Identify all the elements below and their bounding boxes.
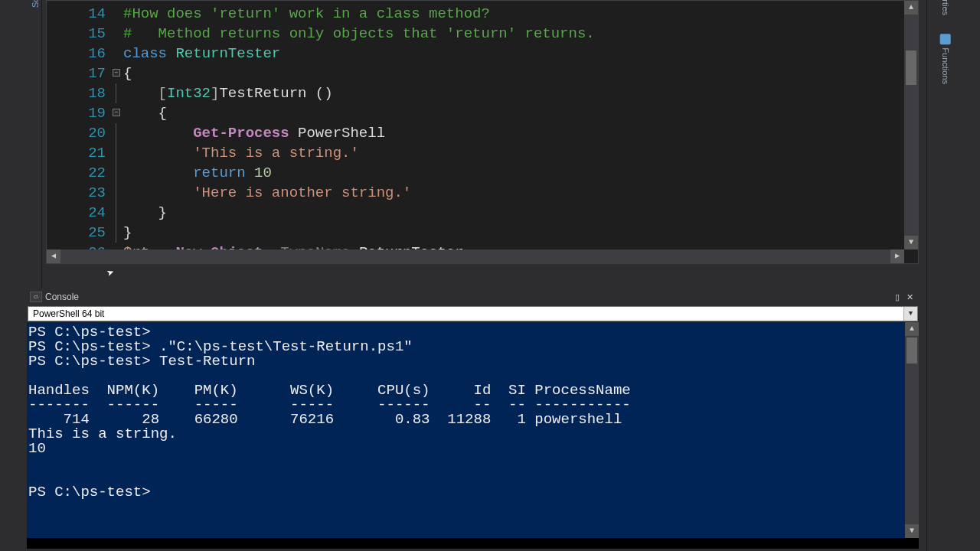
console-host-dropdown[interactable]: PowerShell 64 bit ▼ (28, 306, 918, 321)
code-editor[interactable]: 14151617181920212223242526 −− #How does … (46, 0, 919, 264)
code-line[interactable]: 'Here is another string.' (123, 183, 904, 203)
code-line[interactable]: # Method returns only objects that 'retu… (123, 24, 904, 44)
functions-tab-label: Functions (941, 47, 950, 84)
functions-icon (940, 34, 951, 44)
line-number: 17 (47, 64, 106, 83)
scroll-right-icon[interactable]: ▶ (890, 249, 904, 263)
line-number: 24 (47, 203, 106, 223)
pin-icon[interactable]: ▯ (891, 291, 903, 303)
line-number: 21 (47, 143, 106, 163)
code-line[interactable]: [Int32]TestReturn () (123, 83, 904, 103)
code-line[interactable]: Get-Process PowerShell (123, 123, 904, 143)
fold-marker (112, 223, 122, 243)
code-line[interactable]: class ReturnTester (123, 44, 904, 64)
code-line[interactable]: 'This is a string.' (123, 143, 904, 163)
console-panel: c\ Console ▯ ✕ PowerShell 64 bit ▼ PS C:… (27, 289, 919, 549)
code-line[interactable]: } (123, 223, 904, 243)
fold-marker (112, 123, 122, 143)
console-titlebar: c\ Console ▯ ✕ (27, 289, 919, 305)
scroll-thumb[interactable] (906, 337, 917, 364)
line-number-gutter: 14151617181920212223242526 (47, 4, 112, 262)
line-number: 23 (47, 183, 106, 203)
code-line[interactable]: { (123, 103, 904, 123)
close-icon[interactable]: ✕ (903, 291, 916, 303)
fold-marker (112, 203, 122, 223)
code-line[interactable]: #How does 'return' work in a class metho… (123, 4, 904, 24)
fold-marker[interactable]: − (112, 103, 122, 123)
line-number: 16 (47, 44, 106, 64)
fold-marker (112, 163, 122, 183)
code-line[interactable]: { (123, 64, 904, 83)
console-vertical-scrollbar[interactable]: ▲ ▼ (905, 322, 919, 538)
scroll-up-icon[interactable]: ▲ (905, 322, 919, 336)
functions-tab[interactable]: Functions (940, 34, 951, 84)
line-number: 18 (47, 83, 106, 103)
console-host-label: PowerShell 64 bit (28, 308, 903, 319)
console-title: Console (45, 292, 891, 302)
fold-marker[interactable]: − (112, 64, 122, 83)
fold-marker (112, 44, 122, 64)
console-icon: c\ (30, 292, 42, 302)
fold-marker (112, 143, 122, 163)
line-number: 25 (47, 223, 106, 243)
code-line[interactable]: } (123, 203, 904, 223)
line-number: 14 (47, 4, 106, 24)
console-output[interactable]: PS C:\ps-test> PS C:\ps-test> ."C:\ps-te… (27, 322, 919, 549)
left-sidebar: Scripts (0, 0, 42, 291)
editor-vertical-scrollbar[interactable]: ▲ ▼ (904, 1, 918, 249)
line-number: 20 (47, 123, 106, 143)
console-status-bar (27, 538, 919, 549)
right-sidebar: Properties Functions (926, 0, 980, 551)
scroll-left-icon[interactable]: ◀ (47, 249, 60, 263)
fold-column[interactable]: −− (112, 4, 122, 262)
properties-tab[interactable]: Properties (940, 0, 951, 15)
fold-marker (112, 24, 122, 44)
scroll-down-icon[interactable]: ▼ (904, 236, 918, 249)
scroll-thumb[interactable] (906, 51, 916, 85)
scroll-down-icon[interactable]: ▼ (905, 524, 919, 538)
fold-marker (112, 4, 122, 24)
mouse-cursor-icon: ➤ (105, 265, 117, 282)
code-content[interactable]: #How does 'return' work in a class metho… (123, 4, 904, 262)
line-number: 22 (47, 163, 106, 183)
code-line[interactable]: return 10 (123, 163, 904, 183)
line-number: 19 (47, 103, 106, 123)
editor-horizontal-scrollbar[interactable]: ◀ ▶ (47, 249, 904, 263)
chevron-down-icon[interactable]: ▼ (903, 307, 917, 321)
fold-marker (112, 183, 122, 203)
scripts-tab-label[interactable]: Scripts (31, 0, 40, 8)
line-number: 15 (47, 24, 106, 44)
fold-marker (112, 83, 122, 103)
properties-tab-label: Properties (941, 0, 950, 15)
console-text: PS C:\ps-test> PS C:\ps-test> ."C:\ps-te… (28, 325, 917, 500)
scroll-up-icon[interactable]: ▲ (904, 1, 918, 15)
